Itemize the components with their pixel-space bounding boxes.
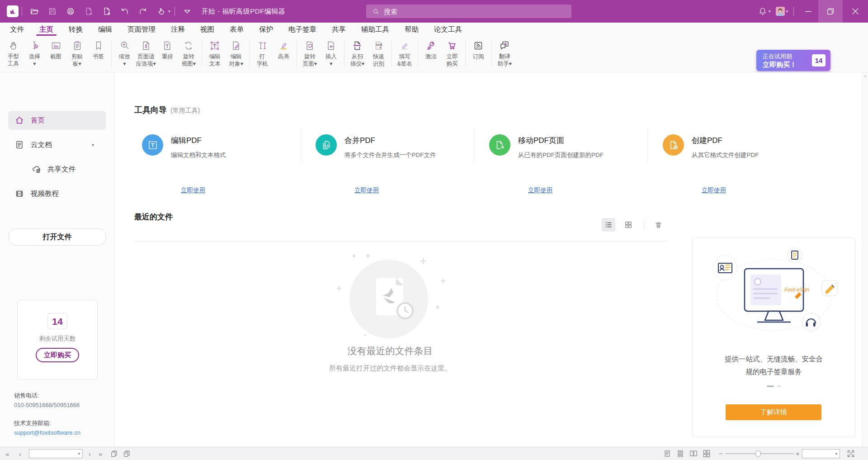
zoom-out-button[interactable]: − [719, 447, 723, 460]
collapse-ribbon-icon[interactable] [179, 4, 195, 19]
page-number-box[interactable]: ▼ [29, 449, 83, 458]
use-now-link-edit-pdf[interactable]: 立即使用 [181, 186, 205, 194]
promo-dot-active[interactable] [767, 385, 774, 387]
open-file-button[interactable]: 打开文件 [8, 228, 106, 246]
page-box-caret-icon[interactable]: ▼ [77, 452, 81, 456]
ribbon-tool-from-scanner[interactable]: 从扫描仪▾ [347, 39, 368, 67]
redo-icon[interactable] [135, 4, 151, 19]
search-box[interactable] [366, 5, 571, 18]
continuous-view-icon[interactable] [676, 450, 684, 460]
zoom-in-button[interactable]: + [796, 447, 800, 460]
sidebar-item-video-tutorials[interactable]: 视频教程 [8, 184, 106, 203]
menu-item-3[interactable]: 编辑 [90, 23, 120, 36]
ribbon-tool-snapshot[interactable]: 截图 [45, 39, 66, 60]
ribbon-tool-insert[interactable]: 插入▾ [321, 39, 342, 67]
clear-recent-trash-button[interactable] [651, 218, 665, 232]
tool-card-merge-pdf[interactable]: 合并PDF将多个文件合并生成一个PDF文件 [316, 134, 436, 159]
ribbon-tool-rotate-pages[interactable]: 旋转页面▾ [299, 39, 321, 67]
print-icon[interactable] [63, 4, 78, 19]
ribbon-tool-activate[interactable]: 激活 [420, 39, 442, 60]
facing-view-icon[interactable] [689, 450, 698, 460]
menu-item-1[interactable]: 主页 [32, 23, 61, 36]
menu-item-10[interactable]: 共享 [324, 23, 354, 36]
undo-icon[interactable] [117, 4, 132, 19]
ribbon-tool-edit-object[interactable]: 编辑对象▾ [226, 39, 247, 67]
learn-more-button[interactable]: 了解详情 [726, 404, 821, 420]
zoom-box-caret-icon[interactable]: ▼ [835, 452, 838, 456]
fullscreen-icon[interactable] [846, 449, 855, 460]
export-document-icon[interactable] [81, 4, 96, 19]
sidebar-item-shared-files[interactable]: 共享文件 [8, 160, 106, 179]
single-page-view-icon[interactable] [663, 450, 671, 460]
menu-item-12[interactable]: 帮助 [397, 23, 426, 36]
zoom-level-input[interactable] [802, 451, 832, 457]
use-now-link-move-pdf-pages[interactable]: 立即使用 [528, 186, 552, 194]
ribbon-tool-subscribe[interactable]: 订阅 [468, 39, 489, 60]
menu-item-5[interactable]: 注释 [163, 23, 193, 36]
ribbon-tool-clipboard[interactable]: 剪贴板▾ [66, 39, 88, 67]
ribbon-tool-hand-tool[interactable]: 手型工具 [3, 39, 24, 67]
menu-item-8[interactable]: 保护 [251, 23, 281, 36]
notification-bell-icon[interactable] [756, 4, 769, 19]
previous-page-button[interactable]: ‹ [19, 447, 21, 460]
list-view-button[interactable] [602, 218, 615, 232]
menu-item-9[interactable]: 电子签章 [281, 23, 324, 36]
first-page-button[interactable]: « [5, 447, 9, 460]
next-page-button[interactable]: › [89, 447, 91, 460]
ribbon-tool-highlight[interactable]: 高亮 [273, 39, 294, 60]
scroll-up-arrow-icon[interactable]: ▲ [863, 74, 868, 77]
zoom-slider-thumb[interactable] [755, 451, 761, 457]
promo-dot[interactable] [777, 385, 781, 387]
sidebar-item-home[interactable]: 首页 [8, 111, 106, 130]
ribbon-tool-quick-ocr[interactable]: OCR快速识别 [368, 39, 389, 67]
menu-item-11[interactable]: 辅助工具 [354, 23, 397, 36]
support-email-link[interactable]: support@foxitsoftware.cn [14, 429, 80, 436]
ribbon-tool-edit-text[interactable]: 编辑文本 [204, 39, 226, 67]
ribbon-tool-bookmark[interactable]: 书签 [88, 39, 109, 60]
menu-item-6[interactable]: 视图 [193, 23, 222, 36]
menu-item-13[interactable]: 论文工具 [426, 23, 470, 36]
ribbon-tool-zoom[interactable]: 缩放▾ [114, 39, 135, 67]
avatar-caret-icon[interactable]: ▾ [786, 9, 788, 14]
search-input[interactable] [384, 8, 556, 15]
hand-pointer-icon[interactable] [153, 4, 169, 19]
save-icon[interactable] [45, 4, 60, 19]
new-document-icon[interactable] [99, 4, 114, 19]
promo-pagination-dots[interactable] [693, 385, 855, 387]
buy-now-button[interactable]: 立即购买 [36, 348, 79, 362]
ribbon-tool-reflow[interactable]: 重排 [157, 39, 178, 60]
menu-item-7[interactable]: 表单 [222, 23, 251, 36]
page-number-input[interactable] [29, 451, 74, 457]
ribbon-tool-rotate-view[interactable]: 旋转视图▾ [178, 39, 199, 67]
ribbon-tool-select[interactable]: 选择▾ [24, 39, 45, 67]
close-button[interactable] [843, 0, 868, 23]
hand-pointer-caret-icon[interactable]: ▾ [168, 9, 170, 14]
tool-card-edit-pdf[interactable]: 编辑PDF编辑文档和文本格式 [142, 134, 226, 159]
ribbon-tool-fill-sign[interactable]: 填写&签名 [394, 39, 415, 67]
ribbon-tool-typewriter[interactable]: 打字机 [252, 39, 273, 67]
zoom-level-box[interactable]: ▼ [802, 449, 840, 458]
trial-badge[interactable]: 正在试用期 立即购买！ 14 [756, 50, 830, 71]
sidebar-item-cloud-docs[interactable]: 云文档▾ [8, 135, 106, 154]
facing-continuous-view-icon[interactable] [703, 450, 711, 460]
ribbon-tool-buy-now[interactable]: 立即购买 [442, 39, 463, 67]
minimize-button[interactable] [798, 0, 818, 23]
content-scrollbar[interactable]: ▲ [862, 72, 868, 447]
tool-card-create-pdf[interactable]: 创建PDF从其它格式文件创建PDF [663, 134, 759, 159]
bell-caret-icon[interactable]: ▾ [769, 9, 771, 14]
clipboard-copy-icon[interactable] [123, 450, 131, 460]
menu-item-2[interactable]: 转换 [61, 23, 90, 36]
grid-view-button[interactable] [622, 218, 635, 232]
last-page-button[interactable]: » [99, 447, 102, 460]
avatar[interactable] [776, 7, 785, 16]
ribbon-tool-page-fit[interactable]: 页面适应选项▾ [135, 39, 157, 67]
snapshot-copy-icon[interactable] [110, 450, 118, 460]
use-now-link-merge-pdf[interactable]: 立即使用 [354, 186, 379, 194]
open-file-icon[interactable] [27, 4, 42, 19]
ribbon-tool-translate-assistant[interactable]: A翻译助手▾ [494, 39, 515, 67]
menu-item-4[interactable]: 页面管理 [120, 23, 163, 36]
restore-button[interactable] [818, 0, 843, 23]
use-now-link-create-pdf[interactable]: 立即使用 [702, 186, 726, 194]
menu-item-0[interactable]: 文件 [2, 23, 32, 36]
chevron-down-icon[interactable]: ▾ [92, 142, 94, 147]
